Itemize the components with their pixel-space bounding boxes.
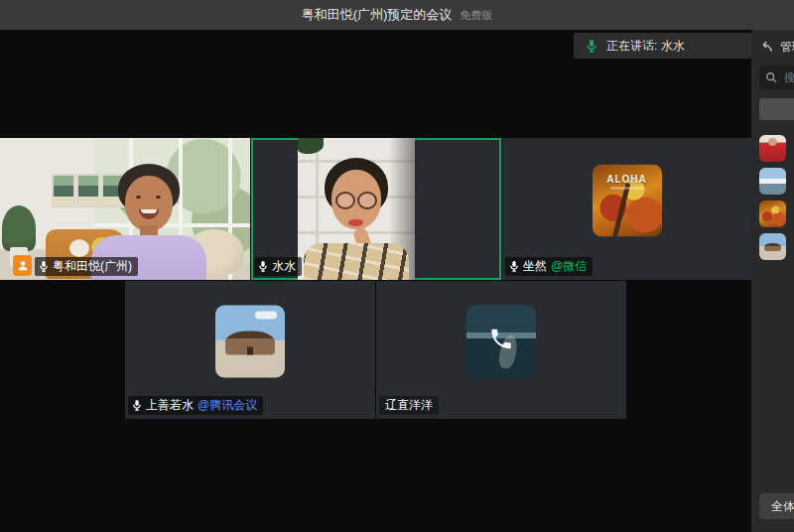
person-eye xyxy=(156,196,161,199)
wall-painting xyxy=(76,174,100,207)
window-rail xyxy=(94,223,250,227)
search-icon xyxy=(765,71,777,83)
phone-icon xyxy=(488,326,514,351)
cushion xyxy=(69,239,89,257)
person-lips xyxy=(348,219,363,226)
video-tile-avatar[interactable]: 上善若水@腾讯会议 xyxy=(125,281,375,419)
meeting-title: 粤和田悦(广州)预定的会议 xyxy=(302,6,453,24)
avatar-text-underline xyxy=(610,187,644,189)
round-building xyxy=(225,332,275,355)
participant-list xyxy=(751,132,794,263)
tree-branch xyxy=(610,183,630,237)
video-tile-speaking[interactable]: 水水 xyxy=(251,138,501,280)
portrait-video xyxy=(298,138,415,280)
sidebar-button[interactable] xyxy=(759,98,794,120)
member-search-box[interactable] xyxy=(759,66,794,89)
speaking-indicator: 正在讲话: 水水 xyxy=(574,33,751,59)
avatar-autumn-aloha: ALOHA xyxy=(593,164,662,236)
name-label: 坐然@微信 xyxy=(505,257,593,276)
video-tile-avatar-phone[interactable]: 辽直洋洋 xyxy=(376,281,626,419)
window-titlebar: 粤和田悦(广州)预定的会议 免费版 xyxy=(0,0,794,30)
participant-name: 粤和田悦(广州) xyxy=(53,260,132,273)
avatar-round-building xyxy=(215,306,285,378)
hand-raised-badge-icon xyxy=(13,255,32,276)
participant-row[interactable] xyxy=(751,230,794,263)
person-eye xyxy=(136,196,141,199)
name-label: 上善若水@腾讯会议 xyxy=(128,396,263,415)
mic-icon xyxy=(509,260,519,272)
participant-row[interactable] xyxy=(751,165,794,198)
participant-avatar-building xyxy=(759,233,786,260)
participant-avatar-red-person xyxy=(759,135,786,162)
cloud xyxy=(255,312,277,320)
name-label: 辽直洋洋 xyxy=(379,396,439,415)
mic-icon xyxy=(258,260,268,272)
name-label: 水水 xyxy=(254,257,302,276)
plaid-shirt xyxy=(304,243,409,280)
speaking-label: 正在讲话: 水水 xyxy=(606,38,685,55)
shelf-plant xyxy=(298,138,324,154)
potted-plant xyxy=(2,205,36,251)
video-tile-host[interactable]: 粤和田悦(广州) xyxy=(0,138,250,280)
participant-name: 上善若水 xyxy=(146,399,194,412)
avatar-text: ALOHA xyxy=(593,173,662,184)
mic-active-icon xyxy=(586,39,597,53)
participant-name: 坐然 xyxy=(523,260,547,273)
participant-name: 辽直洋洋 xyxy=(385,399,433,412)
video-tile-avatar[interactable]: ALOHA 坐然@微信 xyxy=(502,138,751,280)
avatar-lake-scene xyxy=(466,306,536,378)
mic-icon xyxy=(39,260,49,272)
members-panel-header: 管理成员 xyxy=(751,30,794,62)
wall-painting xyxy=(52,174,75,207)
members-panel: 管理成员 全体静音 xyxy=(751,30,794,532)
participant-name: 水水 xyxy=(272,260,296,273)
platform-suffix-wechat: @微信 xyxy=(551,260,587,273)
glasses-lens xyxy=(357,192,377,209)
members-panel-title: 管理成员 xyxy=(780,39,794,56)
merge-panel-arrow-icon[interactable] xyxy=(759,40,774,55)
participant-avatar-lake-scene xyxy=(759,168,786,195)
person-face xyxy=(125,176,173,231)
free-version-badge: 免费版 xyxy=(460,8,492,23)
participant-row[interactable] xyxy=(751,198,794,230)
mute-all-button[interactable]: 全体静音 xyxy=(759,493,794,519)
mute-all-label: 全体静音 xyxy=(771,498,794,515)
glasses-lens xyxy=(335,192,355,209)
search-input[interactable] xyxy=(782,70,794,84)
participant-row[interactable] xyxy=(751,132,794,165)
mic-icon xyxy=(132,399,142,411)
platform-suffix-meeting: @腾讯会议 xyxy=(198,399,257,412)
name-label: 粤和田悦(广州) xyxy=(35,257,138,276)
participant-avatar-autumn xyxy=(759,200,786,227)
